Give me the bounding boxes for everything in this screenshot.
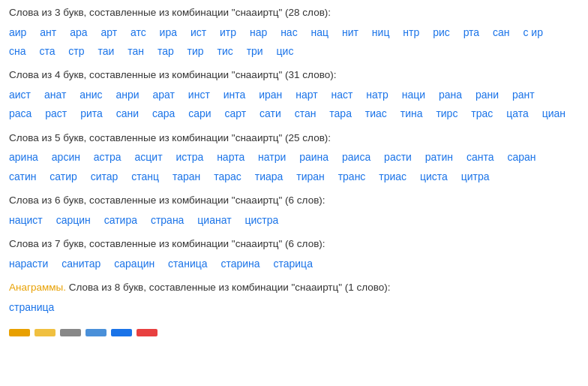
word-сатир[interactable]: сатир (50, 170, 77, 182)
word-сарацин[interactable]: сарацин (114, 258, 154, 270)
word-нас[interactable]: нас (280, 26, 298, 38)
word-рант[interactable]: рант (512, 89, 535, 101)
word-астра[interactable]: астра (94, 151, 122, 163)
word-саран[interactable]: саран (507, 151, 536, 163)
word-раст[interactable]: раст (45, 107, 67, 119)
word-нацист[interactable]: нацист (9, 214, 43, 226)
word-ира[interactable]: ира (160, 26, 177, 38)
word-станица[interactable]: станица (168, 258, 207, 270)
word-старина[interactable]: старина (220, 258, 260, 270)
word-сатира[interactable]: сатира (104, 214, 137, 226)
word-сна[interactable]: сна (9, 45, 26, 57)
color-dot-1 (9, 329, 30, 336)
word-ста[interactable]: ста (39, 45, 55, 57)
word-тиран[interactable]: тиран (296, 170, 325, 182)
section-8letters-header: Анаграммы. Слова из 8 букв, составленные… (9, 281, 579, 295)
word-страница[interactable]: страница (9, 301, 54, 313)
word-тан[interactable]: тан (128, 45, 144, 57)
word-иран[interactable]: иран (259, 89, 282, 101)
word-арина[interactable]: арина (9, 151, 38, 163)
word-аист[interactable]: аист (9, 89, 31, 101)
word-тара[interactable]: тара (329, 107, 352, 119)
word-старица[interactable]: старица (273, 258, 312, 270)
word-ант[interactable]: ант (40, 26, 56, 38)
word-цата[interactable]: цата (506, 107, 529, 119)
word-тис[interactable]: тис (218, 45, 233, 57)
word-сара[interactable]: сара (152, 107, 175, 119)
word-тарас[interactable]: тарас (214, 170, 242, 182)
word-рта[interactable]: рта (464, 26, 480, 38)
word-цистра[interactable]: цистра (244, 214, 278, 226)
word-рани[interactable]: рани (476, 89, 499, 101)
word-таран[interactable]: таран (172, 170, 200, 182)
word-циста[interactable]: циста (420, 170, 448, 182)
word-сарцин[interactable]: сарцин (56, 214, 91, 226)
word-рана[interactable]: рана (439, 89, 462, 101)
word-итр[interactable]: итр (220, 26, 236, 38)
word-расти[interactable]: расти (384, 151, 412, 163)
words-7letters: нарасти санитар сарацин станица старина … (9, 255, 579, 273)
word-ситар[interactable]: ситар (91, 170, 118, 182)
word-ниц[interactable]: ниц (372, 26, 390, 38)
word-натр[interactable]: натр (366, 89, 388, 101)
word-ист[interactable]: ист (190, 26, 206, 38)
word-станц[interactable]: станц (131, 170, 159, 182)
word-тиара[interactable]: тиара (255, 170, 284, 182)
word-сани[interactable]: сани (116, 107, 139, 119)
word-цис[interactable]: цис (277, 45, 294, 57)
word-анат[interactable]: анат (44, 89, 66, 101)
word-истра[interactable]: истра (176, 151, 203, 163)
word-цитра[interactable]: цитра (461, 170, 490, 182)
word-анри[interactable]: анри (116, 89, 139, 101)
word-циан[interactable]: циан (542, 107, 566, 119)
word-нарта[interactable]: нарта (217, 151, 244, 163)
word-наци[interactable]: наци (402, 89, 425, 101)
word-раина[interactable]: раина (299, 151, 328, 163)
word-арат[interactable]: арат (152, 89, 174, 101)
word-ара[interactable]: ара (70, 26, 87, 38)
word-стр[interactable]: стр (68, 45, 84, 57)
word-наст[interactable]: наст (332, 89, 353, 101)
word-тина[interactable]: тина (400, 107, 423, 119)
word-раса[interactable]: раса (9, 107, 32, 119)
word-анис[interactable]: анис (80, 89, 102, 101)
word-инта[interactable]: инта (224, 89, 246, 101)
word-санитар[interactable]: санитар (62, 258, 100, 270)
word-инст[interactable]: инст (188, 89, 210, 101)
word-арт[interactable]: арт (100, 26, 117, 38)
word-нац[interactable]: нац (311, 26, 329, 38)
word-нарт[interactable]: нарт (296, 89, 317, 101)
word-тар[interactable]: тар (158, 45, 174, 57)
word-три[interactable]: три (247, 45, 263, 57)
word-сати[interactable]: сати (260, 107, 281, 119)
word-сан[interactable]: сан (493, 26, 510, 38)
word-стан[interactable]: стан (295, 107, 316, 119)
word-трас[interactable]: трас (471, 107, 493, 119)
word-нит[interactable]: нит (342, 26, 358, 38)
word-натри[interactable]: натри (258, 151, 286, 163)
word-сари[interactable]: сари (188, 107, 211, 119)
word-рис[interactable]: рис (433, 26, 450, 38)
word-раиса[interactable]: раиса (342, 151, 370, 163)
word-нарасти[interactable]: нарасти (9, 258, 48, 270)
word-сарт[interactable]: сарт (224, 107, 246, 119)
word-нар[interactable]: нар (250, 26, 267, 38)
word-триас[interactable]: триас (379, 170, 406, 182)
word-страна[interactable]: страна (151, 214, 184, 226)
word-аир[interactable]: аир (9, 26, 26, 38)
word-нтр[interactable]: нтр (403, 26, 419, 38)
word-арсин[interactable]: арсин (52, 151, 80, 163)
word-сатин[interactable]: сатин (9, 170, 36, 182)
word-тирс[interactable]: тирс (436, 107, 458, 119)
word-цианат[interactable]: цианат (197, 214, 231, 226)
word-ратин[interactable]: ратин (425, 151, 453, 163)
word-транс[interactable]: транс (338, 170, 366, 182)
word-таи[interactable]: таи (98, 45, 114, 57)
word-тиас[interactable]: тиас (365, 107, 387, 119)
word-атс[interactable]: атс (130, 26, 146, 38)
word-санта[interactable]: санта (466, 151, 494, 163)
word-тир[interactable]: тир (188, 45, 204, 57)
word-рита[interactable]: рита (80, 107, 103, 119)
word-асцит[interactable]: асцит (135, 151, 163, 163)
word-с-ир[interactable]: с ир (523, 26, 543, 38)
